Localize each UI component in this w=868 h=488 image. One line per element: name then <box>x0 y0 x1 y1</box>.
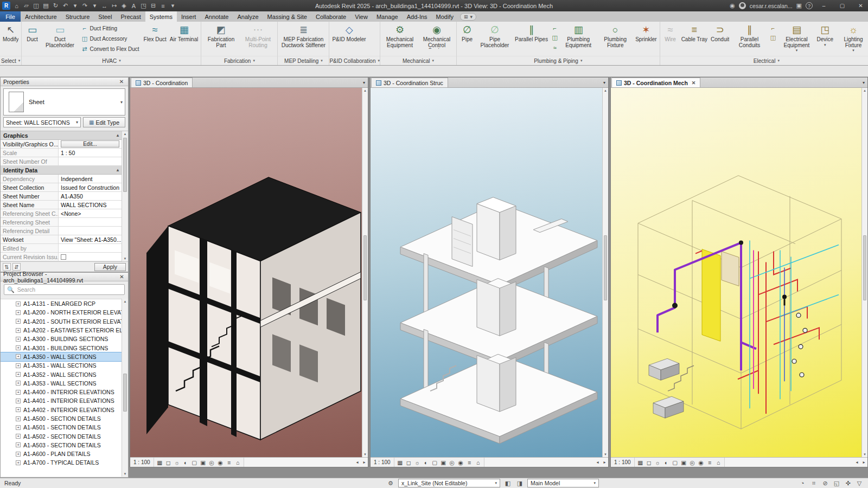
shadows-icon[interactable]: ◐ <box>662 459 671 466</box>
browser-item-a1-a353[interactable]: +A1-A353 - WALL SECTIONS <box>1 379 122 388</box>
tab-precast[interactable]: Precast <box>116 11 145 22</box>
expand-icon[interactable]: + <box>16 328 21 333</box>
design-options-icon[interactable]: ◨ <box>515 480 524 487</box>
expand-icon[interactable]: + <box>16 452 21 457</box>
properties-scrollbar[interactable]: ▲▼ <box>122 131 128 261</box>
tool-modify[interactable]: ↖Modify <box>1 23 20 56</box>
redo-icon[interactable]: ↷ <box>80 2 90 9</box>
minimize-button[interactable]: – <box>816 0 831 11</box>
view-scale[interactable]: 1 : 100 <box>611 458 635 467</box>
undo-icon[interactable]: ↶ <box>61 2 70 9</box>
tab-add-ins[interactable]: Add-Ins <box>403 11 432 22</box>
expand-icon[interactable]: + <box>16 363 21 368</box>
revision-checkbox[interactable] <box>61 254 66 260</box>
horizontal-scrollbar[interactable]: ◂ ▸ <box>484 458 608 467</box>
expand-icon[interactable]: + <box>16 337 21 342</box>
browser-item-a1-a600[interactable]: +A1-A600 - PLAN DETAILS <box>1 450 122 458</box>
view-scale[interactable]: 1 : 100 <box>130 458 154 467</box>
view-tab-3d-coordination-mech[interactable]: 3D - Coordination Mech ✕ <box>611 78 700 87</box>
panel-label-mechanical[interactable]: Mechanical▾ <box>380 56 456 65</box>
horizontal-scrollbar[interactable]: ◂ ▸ <box>244 458 368 467</box>
active-workset-select[interactable]: x_Link_Site (Not Editable) ▾ <box>398 479 500 487</box>
analytical-model-icon[interactable]: ⌂ <box>234 459 242 466</box>
tab-list-chevron-icon[interactable]: ▾ <box>860 80 867 85</box>
browser-item-a1-a300[interactable]: +A1-A300 - BUILDING SECTIONS <box>1 335 122 343</box>
browser-item-a1-a351[interactable]: +A1-A351 - WALL SECTIONS <box>1 361 122 370</box>
tool-sprinkler[interactable]: ✶Sprinkler <box>634 23 658 56</box>
detail-level-icon[interactable]: ▦ <box>636 459 644 466</box>
expand-icon[interactable]: + <box>16 434 21 439</box>
edit-type-button[interactable]: ▦ Edit Type <box>83 117 125 127</box>
browser-item-a1-a400[interactable]: +A1-A400 - INTERIOR ELEVATIONS <box>1 388 122 396</box>
select-elements-by-face-icon[interactable]: ◱ <box>832 480 841 487</box>
reveal-hidden-elements-icon[interactable]: ◉ <box>216 459 225 466</box>
tool-duct[interactable]: ▭Duct <box>23 23 41 56</box>
scroll-left-icon[interactable]: ◂ <box>594 460 601 465</box>
temporary-view-properties-icon[interactable]: ≡ <box>706 459 714 466</box>
browser-item-a1-a401[interactable]: +A1-A401 - INTERIOR ELEVATIONS <box>1 396 122 405</box>
tool-pipe-placeholder[interactable]: ∅Pipe Placeholder <box>476 23 513 56</box>
temporary-view-properties-icon[interactable]: ≡ <box>465 459 474 466</box>
browser-item-a1-a700[interactable]: +A1-A700 - TYPICAL DETAILS <box>1 458 122 467</box>
tool-fabrication-part[interactable]: ◩Fabrication Part <box>202 23 239 56</box>
drag-elements-on-selection-icon[interactable]: ✜ <box>844 480 852 487</box>
tool-electrical-equipment[interactable]: ▤Electrical Equipment▾ <box>778 23 815 56</box>
expand-icon[interactable]: + <box>16 354 21 359</box>
canvas-3d-coordination-mech[interactable] <box>611 88 861 457</box>
browser-item-a1-a131[interactable]: +A1-A131 - ENLARGED RCP <box>1 299 122 308</box>
filter-icon[interactable]: ▽ <box>855 480 864 487</box>
redo-dropdown-icon[interactable]: ▾ <box>90 2 99 9</box>
sync-with-central-icon[interactable]: ↻ <box>51 2 60 9</box>
scroll-left-icon[interactable]: ◂ <box>354 460 361 465</box>
expand-icon[interactable]: + <box>16 425 21 430</box>
close-view-icon[interactable]: ✕ <box>692 80 696 86</box>
crop-view-icon[interactable]: ▢ <box>671 459 679 466</box>
show-crop-region-icon[interactable]: ▣ <box>439 459 448 466</box>
tab-annotate[interactable]: Annotate <box>200 11 233 22</box>
tab-steel[interactable]: Steel <box>94 11 116 22</box>
horizontal-scrollbar[interactable]: ◂ ▸ <box>724 458 867 467</box>
browser-item-a1-a301[interactable]: +A1-A301 - BUILDING SECTIONS <box>1 343 122 352</box>
tool-pipe-fitting[interactable]: ⌐ <box>550 23 559 33</box>
vertical-scrollbar[interactable]: ▲▼ <box>861 88 867 457</box>
tool-device[interactable]: ◳Device▾ <box>815 23 835 56</box>
tool-air-terminal[interactable]: ▦Air Terminal <box>168 23 200 56</box>
project-browser-header[interactable]: Project Browser - arch_buildinga1_144104… <box>1 273 128 281</box>
expand-icon[interactable]: + <box>16 310 21 315</box>
tool-duct-accessory[interactable]: ◫Duct Accessory <box>79 34 141 43</box>
tool-parallel-pipes[interactable]: ∥Parallel Pipes <box>513 23 550 56</box>
tool-mechanical-equipment[interactable]: ⚙Mechanical Equipment <box>381 23 418 56</box>
tool-multi-point-routing[interactable]: ⋯Multi-Point Routing <box>239 23 276 56</box>
expand-icon[interactable]: + <box>16 416 21 421</box>
panel-label-electrical[interactable]: Electrical▾ <box>660 56 868 65</box>
search-input[interactable] <box>17 286 122 293</box>
browser-item-a1-a201[interactable]: +A1-A201 - SOUTH EXTERIOR ELEVATION <box>1 317 122 326</box>
reveal-hidden-elements-icon[interactable]: ◉ <box>457 459 465 466</box>
tool-lighting-fixture[interactable]: ☼Lighting Fixture▾ <box>835 23 868 56</box>
notification-icon[interactable]: ◉ <box>730 2 735 9</box>
tab-insert[interactable]: Insert <box>177 11 201 22</box>
tab-massing-site[interactable]: Massing & Site <box>263 11 311 22</box>
view-tab-3d-coordination[interactable]: 3D - Coordination <box>131 78 193 87</box>
expand-icon[interactable]: + <box>16 407 21 412</box>
sort-order-icon[interactable]: ⇵ <box>12 263 21 271</box>
tab-collaborate[interactable]: Collaborate <box>311 11 350 22</box>
close-properties-icon[interactable]: ✕ <box>118 79 125 85</box>
close-button[interactable]: ✕ <box>853 0 868 11</box>
panel-label-select[interactable]: Select▾ <box>0 56 21 65</box>
tool-convert-to-flex-duct[interactable]: ⇄Convert to Flex Duct <box>79 44 141 54</box>
panel-label-hvac[interactable]: HVAC▾ <box>22 56 201 65</box>
show-crop-region-icon[interactable]: ▣ <box>680 459 688 466</box>
shadows-icon[interactable]: ◐ <box>182 459 190 466</box>
tab-modify[interactable]: Modify <box>432 11 458 22</box>
user-avatar[interactable] <box>739 2 746 9</box>
cart-icon[interactable]: ▣ <box>796 2 802 9</box>
undo-dropdown-icon[interactable]: ▾ <box>71 2 80 9</box>
tab-architecture[interactable]: Architecture <box>21 11 61 22</box>
tab-structure[interactable]: Structure <box>61 11 94 22</box>
temporary-hide-isolate-icon[interactable]: ◎ <box>448 459 456 466</box>
expand-icon[interactable]: + <box>16 442 21 447</box>
show-crop-region-icon[interactable]: ▣ <box>199 459 207 466</box>
canvas-3d-coordination[interactable] <box>130 88 362 457</box>
element-selector[interactable]: Sheet: WALL SECTIONS ▾ <box>3 117 81 127</box>
